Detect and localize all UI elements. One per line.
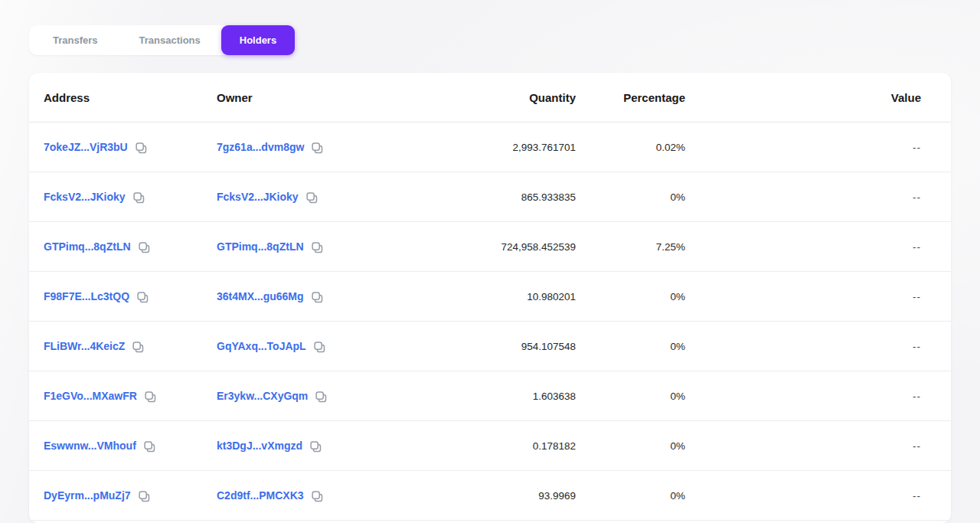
address-cell: Eswwnw...VMhouf bbox=[44, 439, 217, 453]
holders-card: Address Owner Quantity Percentage Value … bbox=[29, 73, 951, 523]
percentage-cell: 0% bbox=[576, 440, 685, 452]
value-cell: -- bbox=[685, 291, 921, 302]
copy-icon[interactable] bbox=[143, 440, 156, 453]
copy-icon[interactable] bbox=[138, 490, 151, 503]
copy-icon-glyph bbox=[313, 341, 326, 354]
copy-icon[interactable] bbox=[132, 191, 145, 204]
quantity-cell: 10.980201 bbox=[403, 291, 576, 302]
value-cell: -- bbox=[685, 142, 921, 153]
column-header-percentage: Percentage bbox=[576, 91, 685, 104]
copy-icon[interactable] bbox=[135, 142, 148, 155]
percentage-cell: 0% bbox=[576, 191, 685, 203]
copy-icon-glyph bbox=[138, 490, 151, 503]
quantity-cell: 0.178182 bbox=[403, 440, 576, 452]
address-link[interactable]: Eswwnw...VMhouf bbox=[44, 440, 136, 452]
percentage-cell: 7.25% bbox=[576, 241, 685, 253]
value-cell: -- bbox=[685, 490, 921, 502]
copy-icon-glyph bbox=[135, 142, 148, 155]
copy-icon[interactable] bbox=[315, 391, 328, 404]
copy-icon-glyph bbox=[315, 391, 328, 404]
owner-link[interactable]: kt3DgJ...vXmgzd bbox=[217, 440, 302, 452]
percentage-cell: 0% bbox=[576, 391, 685, 402]
quantity-cell: 1.603638 bbox=[403, 391, 576, 402]
quantity-cell: 2,993.761701 bbox=[403, 142, 576, 153]
address-link[interactable]: GTPimq...8qZtLN bbox=[44, 240, 131, 253]
owner-cell: C2d9tf...PMCXK3 bbox=[217, 489, 403, 503]
table-row: DyEyrm...pMuZj7 C2d9tf...PMCXK3 bbox=[29, 471, 951, 521]
table-row: FLiBWr...4KeicZ GqYAxq...ToJApL bbox=[29, 322, 951, 371]
owner-link[interactable]: FcksV2...JKioky bbox=[217, 191, 299, 203]
owner-cell: 7gz61a...dvm8gw bbox=[217, 140, 403, 155]
column-header-owner: Owner bbox=[217, 91, 403, 104]
address-link[interactable]: F98F7E...Lc3tQQ bbox=[44, 290, 129, 302]
quantity-cell: 724,958.452539 bbox=[403, 241, 576, 253]
table-row: F98F7E...Lc3tQQ 36t4MX...gu66Mg bbox=[29, 272, 951, 322]
tab-transfers[interactable]: Transfers bbox=[32, 25, 119, 55]
copy-icon[interactable] bbox=[311, 291, 324, 304]
address-cell: F98F7E...Lc3tQQ bbox=[44, 289, 217, 304]
address-link[interactable]: F1eGVo...MXawFR bbox=[44, 390, 137, 402]
copy-icon-glyph bbox=[311, 490, 324, 503]
owner-cell: FcksV2...JKioky bbox=[217, 190, 403, 204]
quantity-cell: 93.9969 bbox=[403, 490, 576, 502]
value-cell: -- bbox=[685, 440, 921, 452]
copy-icon[interactable] bbox=[311, 490, 324, 503]
address-cell: FLiBWr...4KeicZ bbox=[44, 339, 217, 354]
owner-cell: GqYAxq...ToJApL bbox=[217, 339, 403, 354]
address-link[interactable]: 7okeJZ...VjR3bU bbox=[44, 141, 128, 153]
value-cell: -- bbox=[685, 341, 921, 352]
copy-icon[interactable] bbox=[311, 241, 324, 254]
percentage-cell: 0% bbox=[576, 291, 685, 302]
copy-icon-glyph bbox=[143, 440, 156, 453]
owner-link[interactable]: GTPimq...8qZtLN bbox=[217, 240, 304, 253]
value-cell: -- bbox=[685, 191, 921, 203]
copy-icon-glyph bbox=[132, 341, 145, 354]
copy-icon[interactable] bbox=[144, 391, 157, 404]
owner-cell: kt3DgJ...vXmgzd bbox=[217, 439, 403, 453]
percentage-cell: 0% bbox=[576, 490, 685, 502]
percentage-cell: 0% bbox=[576, 341, 685, 352]
address-cell: F1eGVo...MXawFR bbox=[44, 389, 217, 404]
table-header-row: Address Owner Quantity Percentage Value bbox=[29, 73, 951, 123]
address-cell: 7okeJZ...VjR3bU bbox=[44, 140, 217, 155]
copy-icon[interactable] bbox=[309, 440, 322, 453]
copy-icon-glyph bbox=[311, 291, 324, 304]
copy-icon-glyph bbox=[132, 191, 145, 204]
address-link[interactable]: FcksV2...JKioky bbox=[44, 191, 126, 203]
copy-icon[interactable] bbox=[305, 191, 318, 204]
copy-icon[interactable] bbox=[138, 241, 151, 254]
copy-icon-glyph bbox=[311, 241, 324, 254]
percentage-cell: 0.02% bbox=[576, 142, 685, 153]
tab-holders[interactable]: Holders bbox=[221, 25, 295, 55]
page-background: { "tabs": [ { "label": "Transfers", "act… bbox=[0, 0, 980, 523]
owner-cell: Er3ykw...CXyGqm bbox=[217, 389, 403, 404]
copy-icon-glyph bbox=[136, 291, 149, 304]
copy-icon[interactable] bbox=[132, 341, 145, 354]
address-cell: FcksV2...JKioky bbox=[44, 190, 217, 204]
value-cell: -- bbox=[685, 241, 921, 253]
table-row: FcksV2...JKioky FcksV2...JKioky bbox=[29, 172, 951, 222]
owner-link[interactable]: Er3ykw...CXyGqm bbox=[217, 390, 308, 402]
owner-link[interactable]: C2d9tf...PMCXK3 bbox=[217, 489, 304, 502]
address-link[interactable]: FLiBWr...4KeicZ bbox=[44, 340, 125, 352]
copy-icon[interactable] bbox=[311, 142, 324, 155]
tab-transactions[interactable]: Transactions bbox=[119, 25, 221, 55]
address-link[interactable]: DyEyrm...pMuZj7 bbox=[44, 489, 131, 502]
table-row: 7okeJZ...VjR3bU 7gz61a...dvm8gw bbox=[29, 123, 951, 172]
owner-link[interactable]: GqYAxq...ToJApL bbox=[217, 340, 306, 352]
owner-cell: 36t4MX...gu66Mg bbox=[217, 289, 403, 304]
owner-link[interactable]: 7gz61a...dvm8gw bbox=[217, 141, 304, 153]
column-header-address: Address bbox=[44, 91, 217, 104]
copy-icon[interactable] bbox=[136, 291, 149, 304]
copy-icon-glyph bbox=[305, 191, 318, 204]
table-row: Eswwnw...VMhouf kt3DgJ...vXmgzd bbox=[29, 421, 951, 471]
column-header-quantity: Quantity bbox=[403, 91, 576, 104]
copy-icon-glyph bbox=[309, 440, 322, 453]
owner-link[interactable]: 36t4MX...gu66Mg bbox=[217, 290, 304, 302]
copy-icon-glyph bbox=[311, 142, 324, 155]
copy-icon-glyph bbox=[138, 241, 151, 254]
table-row: F1eGVo...MXawFR Er3ykw...CXyGqm bbox=[29, 371, 951, 421]
table-row: GTPimq...8qZtLN GTPimq...8qZtLN bbox=[29, 222, 951, 272]
copy-icon[interactable] bbox=[313, 341, 326, 354]
address-cell: DyEyrm...pMuZj7 bbox=[44, 489, 217, 503]
